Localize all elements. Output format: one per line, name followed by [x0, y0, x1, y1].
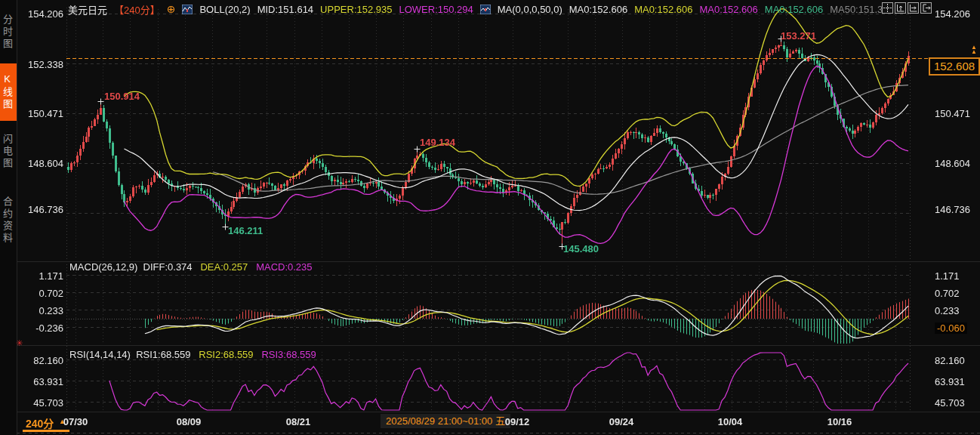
scale-up-icon[interactable]	[895, 2, 906, 14]
macd-current-value-badge: -0.060	[935, 322, 967, 334]
swing-high-label-1: 150.914	[104, 91, 140, 102]
sidebar-tab-timeshare[interactable]: 分时图	[0, 3, 17, 62]
period-underline	[23, 430, 69, 432]
swing-low-label-1: 146.211	[228, 225, 263, 236]
price-tick-left-5: 146.736	[17, 204, 63, 215]
macd-tick-left-4: -0.236	[17, 322, 63, 334]
date-label-7: 10/16	[827, 416, 852, 427]
boll-mid-value: MID:151.614	[257, 4, 313, 15]
exit-chart-icon[interactable]	[920, 2, 932, 14]
rsi-tick-left-2: 63.931	[17, 376, 63, 387]
price-tick-left-2: 152.338	[17, 59, 63, 70]
chart-header: 美元日元 【240分】 ⊕ BOLL(20,2) MID:151.614 UPP…	[68, 2, 894, 16]
date-label-5: 09/24	[609, 416, 634, 427]
rsi2-value: RSI2:68.559	[199, 349, 253, 360]
alert-icon[interactable]: ✳	[16, 338, 23, 348]
macd-tick-left-3: 0.233	[17, 305, 63, 316]
price-tick-left-4: 148.604	[17, 158, 63, 169]
macd-tick-right-3: 0.233	[935, 305, 960, 316]
ma0-value-2: MA0:152.606	[634, 4, 692, 15]
macd-tick-left-2: 0.702	[17, 288, 63, 299]
symbol-name: 美元日元	[68, 2, 107, 17]
swing-low-label-2: 145.480	[563, 243, 599, 255]
boll-indicator-icon[interactable]	[182, 5, 193, 14]
sidebar-tab-flash[interactable]: 闪电图	[0, 123, 17, 180]
time-axis: 240分 ▲ 07/30 08/09 08/21 2025/08/29 21:0…	[17, 412, 980, 435]
rsi3-value: RSI3:68.559	[261, 349, 316, 360]
period-selector-button[interactable]: 240分	[26, 415, 54, 430]
rsi-tick-right-3: 45.703	[935, 397, 965, 409]
rsi-tick-left-1: 82.160	[17, 355, 63, 366]
macd-macd-value: MACD:0.235	[256, 261, 312, 273]
price-tick-right-3: 150.471	[935, 108, 970, 119]
macd-params: MACD(26,12,9)	[69, 261, 137, 273]
price-tick-left-1: 154.206	[17, 8, 63, 20]
macd-tick-left-1: 1.171	[17, 270, 63, 282]
boll-upper-value: UPPER:152.935	[320, 4, 392, 15]
date-label-3: 08/21	[286, 416, 311, 427]
price-tick-right-1: 154.206	[935, 8, 970, 20]
rsi1-value: RSI1:68.559	[136, 349, 190, 360]
swing-high-label-2: 149.134	[420, 137, 455, 148]
rsi-tick-left-3: 45.703	[17, 397, 63, 409]
price-tick-right-4: 148.604	[935, 158, 970, 169]
macd-diff-value: DIFF:0.374	[143, 261, 193, 273]
ma-name: MA(0,0,0,50,0)	[498, 4, 562, 15]
chart-canvas[interactable]	[0, 0, 980, 435]
ma0-value-4: MA0:152.606	[765, 4, 823, 15]
date-label-2: 08/09	[177, 416, 202, 427]
macd-title[interactable]: MACD(26,12,9) DIFF:0.374 DEA:0.257 MACD:…	[69, 261, 313, 273]
chart-window: 分时图 K线图 闪电图 合约资料 ✳ 美元日元 【240分】 ⊕ BOLL(20…	[0, 0, 980, 435]
date-label-1: 07/30	[63, 416, 88, 427]
macd-tick-right-2: 0.702	[935, 288, 960, 299]
sidebar-tab-contract-info[interactable]: 合约资料	[0, 184, 17, 258]
crosshair-tool-icon[interactable]	[882, 2, 893, 14]
sidebar: 分时图 K线图 闪电图 合约资料	[0, 0, 17, 435]
boll-name: BOLL(20,2)	[199, 4, 250, 15]
ma0-value-1: MA0:152.606	[569, 4, 627, 15]
rsi-tick-right-2: 63.931	[935, 376, 965, 387]
add-indicator-icon[interactable]: ⊕	[167, 5, 176, 14]
boll-lower-value: LOWER:150.294	[399, 4, 473, 15]
date-label-4: 09/12	[505, 416, 530, 427]
rsi-title[interactable]: RSI(14,14,14) RSI1:68.559 RSI2:68.559 RS…	[69, 349, 316, 360]
rsi-params: RSI(14,14,14)	[69, 349, 131, 360]
price-tick-left-3: 150.471	[17, 108, 63, 119]
swing-high-label-3: 153.271	[781, 30, 816, 42]
crosshair-datetime-badge: 2025/08/29 21:00~01:00 五	[381, 414, 510, 428]
sidebar-tab-kline[interactable]: K线图	[0, 63, 17, 121]
macd-dea-value: DEA:0.257	[200, 261, 248, 273]
price-marker-arrows-icon: ▲▲	[971, 45, 977, 54]
date-label-6: 10/04	[718, 416, 743, 427]
scale-right-icon[interactable]	[908, 2, 919, 14]
period-label[interactable]: 【240分】	[114, 2, 160, 17]
ma0-value-3: MA0:152.606	[699, 4, 757, 15]
macd-tick-right-1: 1.171	[935, 270, 960, 282]
price-tick-right-5: 146.736	[935, 204, 970, 215]
ma-indicator-icon[interactable]	[480, 5, 491, 14]
last-price-badge: 152.608	[929, 57, 980, 76]
rsi-tick-right-1: 82.160	[935, 355, 965, 366]
